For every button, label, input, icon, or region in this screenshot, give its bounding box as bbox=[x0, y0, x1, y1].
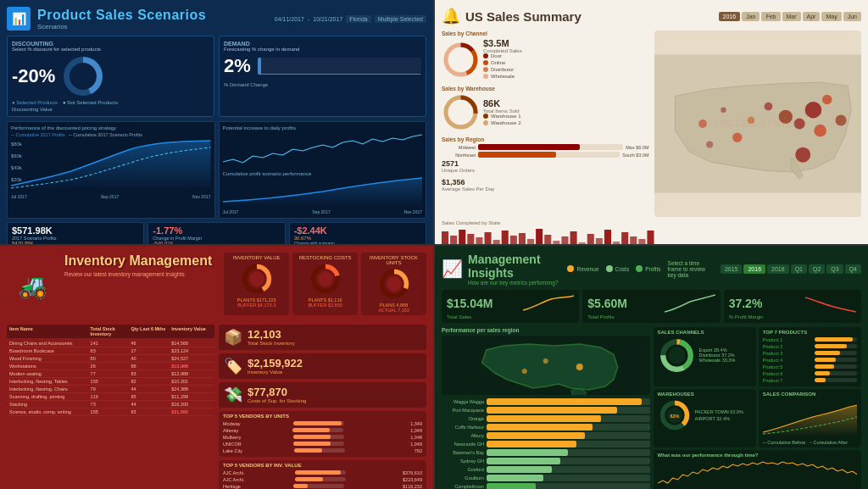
svg-rect-53 bbox=[647, 231, 654, 244]
bar-row: Goulburn bbox=[442, 475, 650, 481]
q4-tab-q3[interactable]: Q3 bbox=[826, 264, 843, 274]
q4-bottom-right: WAREHOUSES 62% PACKER TOWN 62.0% AIRPORT… bbox=[654, 389, 862, 447]
q3-right-panel: 📦 12,103 Total Stock Inventory 🏷️ $2,159… bbox=[219, 325, 426, 490]
svg-text:62%: 62% bbox=[670, 414, 679, 419]
q4-performance-history: What was our performance through time? M… bbox=[654, 450, 862, 490]
q3-kpi2-label2: BUFFER $2,850 bbox=[295, 303, 355, 308]
bar-row: Campbelltown bbox=[442, 483, 650, 490]
q4-warehouses-title: WAREHOUSES bbox=[658, 392, 752, 397]
table-row: Stacking 73 44 $16,200 bbox=[7, 401, 214, 408]
q4-channels-donut bbox=[658, 336, 696, 375]
product-select[interactable]: Multiple Selected bbox=[375, 15, 426, 23]
chart1-legend2: ─ Cumulative 2017 Scenario Profits bbox=[69, 132, 142, 137]
q4-tab-2015[interactable]: 2015 bbox=[721, 264, 743, 274]
table-row: Dining Chairs and Accessories 141 46 $14… bbox=[7, 340, 214, 347]
q2-tab-feb[interactable]: Feb bbox=[761, 12, 780, 21]
q4-sales-comparison: SALES COMPARISON bbox=[759, 389, 861, 447]
svg-rect-46 bbox=[587, 234, 594, 244]
legend-costs-label: Costs bbox=[615, 266, 630, 272]
svg-point-23 bbox=[721, 107, 726, 113]
chart3-svg bbox=[223, 176, 423, 206]
warehouse-packer-town: PACKER TOWN 62.0% bbox=[695, 409, 743, 414]
metric2-change: -$48.82K bbox=[153, 241, 280, 244]
svg-rect-30 bbox=[450, 236, 457, 244]
q2-tab-jan[interactable]: Jan bbox=[742, 12, 760, 21]
q4-tab-2018[interactable]: 2018 bbox=[767, 264, 789, 274]
q3-stocking-icon: 💸 bbox=[224, 386, 242, 404]
svg-rect-44 bbox=[570, 231, 577, 244]
metric2-value: -1.77% bbox=[153, 225, 280, 236]
q3-th-sold: Qty Last 6 Mths bbox=[131, 326, 171, 336]
chart1-svg: $80k $60k $40k $20k bbox=[11, 139, 211, 190]
legend-profits: Profits bbox=[636, 265, 660, 272]
q4-tab-q1[interactable]: Q1 bbox=[791, 264, 807, 274]
q4-performance-title: What was our performance through time? bbox=[658, 453, 858, 458]
product-row: Product 5 bbox=[763, 364, 857, 370]
table-row: Interlocking, Nesting, Chairs 79 44 $24,… bbox=[7, 386, 214, 393]
q4-sales-channels: SALES CHANNELS Export 28.4% bbox=[654, 327, 756, 386]
discounting-donut bbox=[62, 55, 104, 97]
svg-rect-40 bbox=[536, 229, 542, 244]
q2-tab-apr[interactable]: Apr bbox=[803, 12, 821, 21]
svg-point-2 bbox=[73, 66, 94, 87]
warehouse-legend: Warehouse 1 Warehouse 2 bbox=[483, 114, 520, 125]
q3-total-stock-value: 12,103 bbox=[248, 328, 295, 341]
table-row: Boardroom Bookcase 83 27 $23,124 bbox=[7, 347, 214, 355]
date-separator: - bbox=[308, 16, 309, 22]
svg-text:$60k: $60k bbox=[11, 153, 22, 158]
state-value[interactable]: Florida bbox=[346, 15, 370, 23]
average-sales: $1,356 Average Sales Per Day bbox=[442, 178, 649, 192]
table-row: Wood Finishing 80 40 $24,527 bbox=[7, 355, 214, 363]
q2-tab-mar[interactable]: Mar bbox=[782, 12, 801, 21]
svg-rect-50 bbox=[621, 232, 628, 244]
svg-point-27 bbox=[835, 114, 846, 125]
q3-kpi1-donut bbox=[226, 262, 287, 296]
svg-text:$20k: $20k bbox=[11, 177, 22, 181]
q4-tab-q4[interactable]: Q4 bbox=[845, 264, 861, 274]
chart1-title: Performance of the discounted pricing st… bbox=[11, 125, 211, 131]
svg-rect-31 bbox=[459, 230, 465, 244]
q4-chart-icon: 📈 bbox=[442, 258, 463, 279]
svg-rect-38 bbox=[519, 233, 526, 244]
svg-point-65 bbox=[522, 369, 527, 374]
svg-point-10 bbox=[451, 50, 470, 69]
svg-point-25 bbox=[706, 141, 713, 147]
q3-kpi3-donut bbox=[364, 267, 424, 301]
svg-point-64 bbox=[543, 358, 548, 364]
bar-row: Newcastle GH bbox=[442, 441, 650, 447]
demand-bar bbox=[258, 58, 421, 75]
svg-rect-37 bbox=[510, 236, 517, 244]
management-insights-quadrant: 📈 Management Insights How are our key me… bbox=[435, 246, 868, 490]
q3-th-name: Item Name bbox=[9, 326, 91, 336]
svg-rect-51 bbox=[630, 236, 637, 244]
demand-sublabel: Forecasting % change in demand bbox=[224, 47, 421, 52]
q3-truck-icon: 🚜 bbox=[18, 272, 47, 300]
comparison-legend-before: ─ Cumulative Before bbox=[763, 440, 806, 445]
selected-products-label: Selected Products bbox=[16, 100, 58, 105]
q4-subtitle: How are our key metrics performing? bbox=[468, 280, 567, 286]
warehouse-donut-row: 86K Total Items Sold Warehouse 1 Warehou… bbox=[442, 93, 649, 131]
q4-margin-sparkline bbox=[805, 293, 856, 314]
q2-tab-2016[interactable]: 2016 bbox=[719, 12, 741, 21]
q4-tab-2016[interactable]: 2016 bbox=[743, 264, 765, 274]
product-row: Product 7 bbox=[763, 377, 857, 384]
avg-sales-value: $1,356 bbox=[442, 178, 649, 186]
vendor-row: Altenay 1,049 bbox=[223, 427, 422, 434]
q3-inv-value: $2,159,922 bbox=[248, 357, 303, 370]
q4-tab-q2[interactable]: Q2 bbox=[809, 264, 825, 274]
product-row: Product 6 bbox=[763, 370, 857, 377]
vendor-row: Heritage $116,232 bbox=[223, 483, 422, 490]
bar-row: Gosford bbox=[442, 466, 650, 473]
metric1-value: $571.98K bbox=[12, 225, 139, 236]
q2-tab-jun[interactable]: Jun bbox=[843, 12, 861, 21]
sales-by-channel: Sales by Channel $3.5M Completed Sales bbox=[442, 31, 649, 81]
table-row: Interlocking, Nesting, Tables 155 82 $10… bbox=[7, 378, 214, 386]
q2-tab-may[interactable]: May bbox=[821, 12, 841, 21]
svg-rect-39 bbox=[527, 239, 534, 244]
svg-rect-29 bbox=[442, 231, 448, 244]
unique-orders-label: Unique Orders bbox=[442, 168, 649, 173]
q2-left: Sales by Channel $3.5M Completed Sales bbox=[442, 31, 649, 217]
demand-box: DEMAND Forecasting % change in demand 2%… bbox=[219, 36, 426, 117]
discounting-value-label: Discounting Value bbox=[12, 107, 209, 112]
q3-th-stock: Total Stock Inventory bbox=[91, 326, 131, 336]
